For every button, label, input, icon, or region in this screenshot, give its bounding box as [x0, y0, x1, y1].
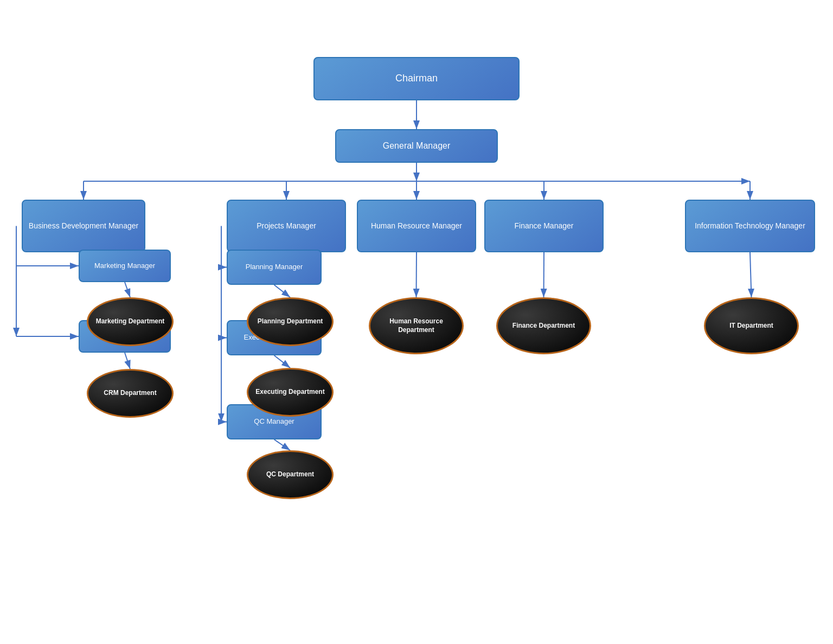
hr-manager-box: Human Resource Manager [357, 200, 476, 252]
planning-manager-box: Planning Manager [227, 250, 322, 285]
org-chart: Chairman General Manager Business Develo… [0, 0, 833, 644]
planning-dept-oval: Planning Department [247, 297, 334, 346]
svg-line-23 [750, 252, 752, 297]
svg-line-21 [416, 252, 417, 297]
svg-line-13 [125, 353, 130, 369]
marketing-manager-box: Marketing Manager [79, 250, 171, 282]
it-manager-box: Information Technology Manager [685, 200, 815, 252]
svg-line-19 [274, 355, 291, 368]
projects-manager-box: Projects Manager [227, 200, 346, 252]
svg-line-12 [125, 282, 130, 297]
qc-dept-oval: QC Department [247, 450, 334, 499]
marketing-dept-oval: Marketing Department [87, 297, 174, 346]
finance-dept-oval: Finance Department [496, 297, 591, 354]
crm-dept-oval: CRM Department [87, 369, 174, 418]
business-dev-manager-box: Business Development Manager [22, 200, 145, 252]
hr-dept-oval: Human Resource Department [369, 297, 464, 354]
finance-manager-box: Finance Manager [484, 200, 604, 252]
chairman-box: Chairman [313, 57, 520, 100]
svg-line-20 [274, 439, 291, 450]
svg-line-22 [544, 252, 544, 297]
general-manager-box: General Manager [335, 129, 498, 163]
it-dept-oval: IT Department [704, 297, 799, 354]
svg-line-18 [274, 285, 291, 297]
executing-dept-oval: Executing Department [247, 368, 334, 417]
